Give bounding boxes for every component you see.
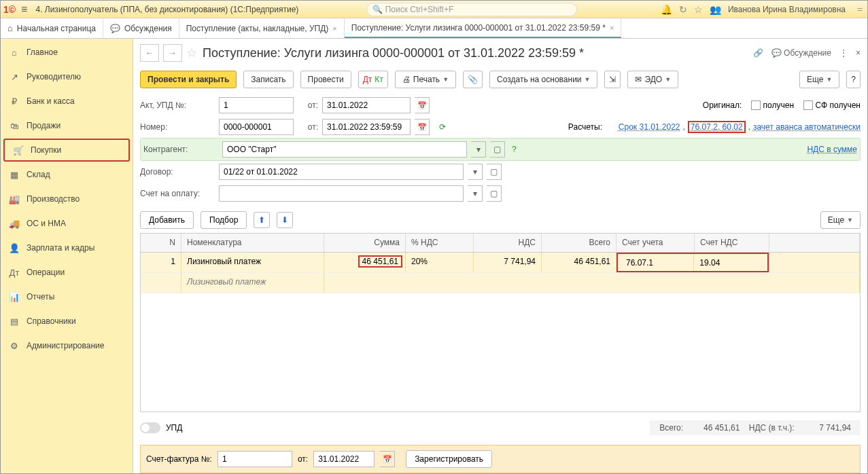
calendar-icon[interactable]: 📅 (415, 97, 430, 113)
close-icon[interactable]: × (610, 24, 614, 32)
col-n[interactable]: N (141, 234, 181, 252)
cell-n[interactable]: 1 (141, 253, 181, 272)
post-close-button[interactable]: Провести и закрыть (140, 71, 237, 88)
table-more-button[interactable]: Еще▼ (820, 211, 861, 229)
cell-nomenclature[interactable]: Лизинговый платеж (181, 253, 324, 272)
more-button[interactable]: Еще▼ (799, 71, 839, 88)
col-vat-account[interactable]: Счет НДС (695, 234, 769, 252)
sidebar-item-assets[interactable]: 🚚ОС и НМА (1, 211, 133, 236)
calc-advance-link[interactable]: зачет аванса автоматически (753, 122, 861, 132)
attach-button[interactable]: 📎 (463, 71, 483, 88)
calendar-icon[interactable]: 📅 (415, 119, 430, 135)
sf-from-label: от: (298, 454, 308, 464)
act-date-input[interactable] (322, 97, 411, 113)
col-vat-amount[interactable]: НДС (474, 234, 542, 252)
received-checkbox[interactable] (751, 101, 761, 110)
discussion-button[interactable]: 💬 Обсуждение (771, 48, 831, 58)
post-button[interactable]: Провести (300, 71, 351, 88)
close-icon[interactable]: × (332, 24, 336, 33)
kebab-icon[interactable]: ⋮ (839, 48, 848, 58)
sidebar-item-warehouse[interactable]: ▦Склад (1, 162, 133, 187)
user-icon[interactable]: 👥 (710, 4, 721, 15)
edo-button[interactable]: ✉ЭДО▼ (627, 71, 678, 88)
open-icon[interactable]: ▢ (490, 141, 505, 158)
current-user[interactable]: Иванова Ирина Владимировна (728, 5, 846, 14)
tab-receipts[interactable]: Поступление (акты, накладные, УПД)× (179, 18, 345, 38)
tab-home[interactable]: ⌂Начальная страница (1, 18, 103, 38)
counterparty-input[interactable] (222, 141, 467, 158)
sidebar-item-manager[interactable]: ↗Руководителю (1, 65, 133, 89)
register-button[interactable]: Зарегистрировать (406, 450, 492, 468)
search-input[interactable]: 🔍 Поиск Ctrl+Shift+F (366, 3, 577, 16)
sf-received-checkbox[interactable] (803, 101, 813, 110)
link-icon[interactable]: 🔗 (753, 48, 763, 58)
help-button[interactable]: ? (846, 71, 861, 88)
tab-current-doc[interactable]: Поступление: Услуги лизинга 0000-000001 … (345, 18, 622, 38)
bell-icon[interactable]: 🔔 (661, 4, 672, 15)
nav-back-button[interactable]: ← (140, 44, 159, 62)
col-vat-rate[interactable]: % НДС (406, 234, 474, 252)
dtkt-icon: Кт (375, 75, 383, 84)
star-icon[interactable]: ☆ (694, 4, 703, 15)
equals-icon[interactable]: ＝ (855, 3, 865, 16)
cell-nomenclature-sub[interactable]: Лизинговый платеж (181, 273, 324, 293)
sidebar-item-sales[interactable]: 🛍Продажи (1, 113, 133, 138)
sidebar-item-bank[interactable]: ₽Банк и касса (1, 89, 133, 113)
sidebar-item-reports[interactable]: 📊Отчеты (1, 285, 133, 309)
sf-no-input[interactable] (218, 451, 292, 467)
calendar-icon[interactable]: 📅 (380, 451, 395, 467)
dtkt-button[interactable]: ДтКт (358, 71, 388, 88)
open-icon[interactable]: ▢ (487, 185, 502, 202)
pay-account-input[interactable] (219, 185, 464, 202)
add-row-button[interactable]: Добавить (140, 211, 194, 229)
cell-sum[interactable]: 46 451,61 (324, 253, 406, 272)
col-account[interactable]: Счет учета (617, 234, 695, 252)
pick-button[interactable]: Подбор (201, 211, 247, 229)
save-button[interactable]: Записать (243, 71, 293, 88)
create-based-button[interactable]: Создать на основании▼ (489, 71, 597, 88)
close-icon[interactable]: × (856, 48, 861, 58)
vat-link[interactable]: НДС в сумме (807, 145, 857, 154)
calc-accounts-link[interactable]: 76.07.2, 60.02 (688, 121, 746, 133)
export-button[interactable]: ⇲ (604, 71, 621, 88)
number-date-input[interactable] (322, 119, 411, 135)
history-icon[interactable]: ↻ (679, 4, 687, 15)
sidebar-item-hr[interactable]: 👤Зарплата и кадры (1, 236, 133, 260)
col-sum[interactable]: Сумма (324, 234, 406, 252)
open-icon[interactable]: ▢ (487, 164, 502, 180)
tab-discussions[interactable]: 💬Обсуждения (103, 18, 179, 38)
number-input[interactable] (219, 119, 294, 135)
cell-accounts[interactable]: 76.07.119.04 (617, 253, 769, 272)
sf-date-input[interactable] (313, 451, 375, 467)
dropdown-icon[interactable]: ▾ (471, 141, 486, 158)
contract-input[interactable] (219, 164, 464, 180)
sidebar-item-purchases[interactable]: 🛒Покупки (3, 139, 130, 162)
sidebar-item-operations[interactable]: ДтОперации (1, 260, 133, 285)
table-row-sub[interactable]: Лизинговый платеж (141, 273, 860, 293)
calc-term-link[interactable]: Срок 31.01.2022 (619, 122, 680, 132)
act-no-input[interactable] (219, 97, 294, 113)
dropdown-icon[interactable]: ▾ (468, 185, 483, 202)
sidebar-item-main[interactable]: ⌂Главное (1, 40, 133, 65)
menu-icon[interactable]: ≡ (17, 2, 31, 17)
sidebar-item-admin[interactable]: ⚙Администрирование (1, 333, 133, 358)
table-row[interactable]: 1 Лизинговый платеж 46 451,61 20% 7 741,… (141, 253, 860, 273)
chat-icon: 💬 (110, 24, 120, 33)
sidebar-item-catalogs[interactable]: ▤Справочники (1, 309, 133, 333)
dropdown-icon[interactable]: ▾ (468, 164, 483, 180)
move-down-button[interactable]: ⬇ (277, 212, 293, 228)
col-total[interactable]: Всего (542, 234, 617, 252)
upd-toggle[interactable] (140, 422, 160, 433)
nav-forward-button[interactable]: → (163, 44, 182, 62)
vat-value: 7 741,94 (797, 423, 851, 433)
sidebar-item-production[interactable]: 🏭Производство (1, 187, 133, 211)
print-button[interactable]: 🖨Печать▼ (395, 71, 456, 88)
col-nomenclature[interactable]: Номенклатура (181, 234, 324, 252)
favorite-icon[interactable]: ☆ (186, 45, 197, 60)
cell-vat-amount[interactable]: 7 741,94 (474, 253, 542, 272)
cell-total[interactable]: 46 451,61 (542, 253, 617, 272)
help-hint-icon[interactable]: ? (512, 145, 517, 154)
cell-vat-rate[interactable]: 20% (406, 253, 474, 272)
refresh-icon[interactable]: ⟳ (439, 122, 446, 132)
move-up-button[interactable]: ⬆ (254, 212, 270, 228)
